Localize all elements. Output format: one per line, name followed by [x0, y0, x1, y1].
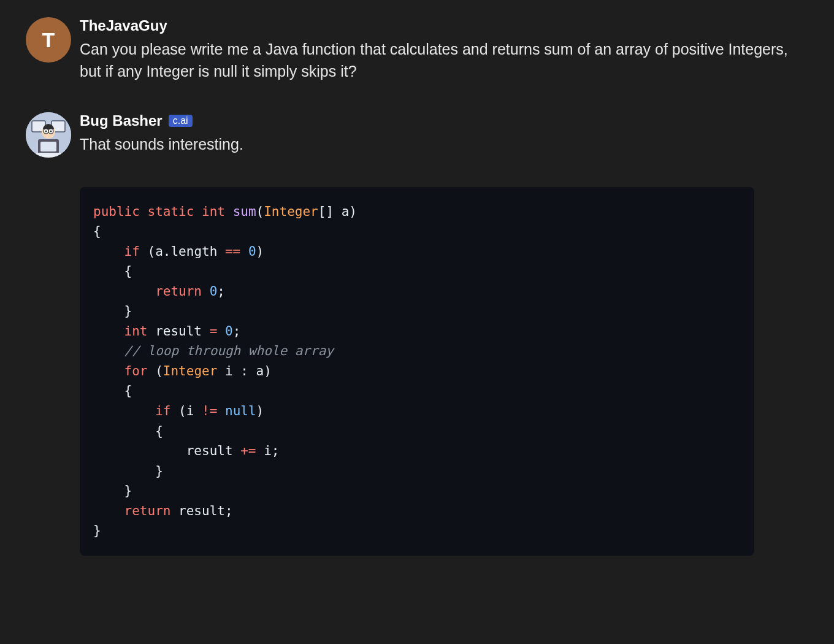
svg-point-6 — [45, 130, 47, 132]
cai-badge: c.ai — [169, 115, 193, 127]
bot-avatar-icon — [26, 112, 71, 158]
code-block[interactable]: public static int sum(Integer[] a) { if … — [80, 187, 754, 556]
svg-point-7 — [50, 130, 52, 132]
bot-avatar[interactable] — [26, 112, 71, 158]
message-content: Bug Basher c.ai That sounds interesting. — [80, 112, 808, 155]
username-row: Bug Basher c.ai — [80, 112, 808, 129]
message-text: That sounds interesting. — [80, 133, 808, 155]
avatar-letter: T — [42, 28, 55, 52]
username: TheJavaGuy — [80, 17, 167, 34]
username: Bug Basher — [80, 112, 163, 129]
svg-rect-9 — [40, 142, 56, 151]
username-row: TheJavaGuy — [80, 17, 808, 34]
user-message: T TheJavaGuy Can you please write me a J… — [0, 17, 834, 83]
bot-message: Bug Basher c.ai That sounds interesting. — [0, 112, 834, 158]
message-content: TheJavaGuy Can you please write me a Jav… — [80, 17, 808, 83]
message-text: Can you please write me a Java function … — [80, 38, 808, 83]
svg-rect-10 — [36, 153, 61, 158]
user-avatar[interactable]: T — [26, 17, 71, 63]
